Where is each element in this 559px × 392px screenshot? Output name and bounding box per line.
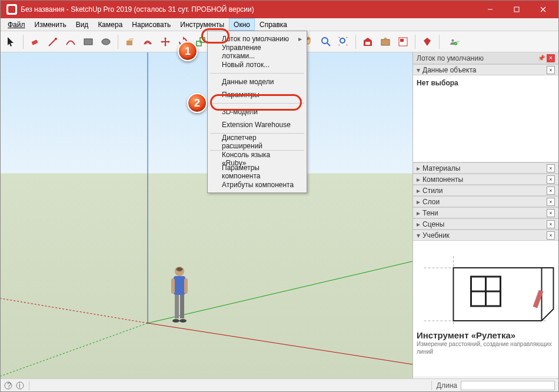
svg-rect-6 bbox=[84, 39, 92, 45]
measurement-input[interactable] bbox=[461, 381, 555, 390]
svg-text:?: ? bbox=[7, 381, 11, 390]
svg-rect-36 bbox=[184, 278, 188, 294]
svg-rect-4 bbox=[31, 39, 38, 45]
circle-tool[interactable] bbox=[98, 34, 114, 50]
menu-new-tray[interactable]: Новый лоток... bbox=[209, 58, 305, 71]
panel-shadows[interactable]: ▸Тени× bbox=[413, 207, 558, 218]
titlebar: Без названия - SketchUp Pro 2019 (остало… bbox=[1, 1, 558, 18]
measurement-label: Длина bbox=[437, 381, 457, 390]
menu-camera[interactable]: Камера bbox=[93, 18, 127, 31]
ruby-button[interactable] bbox=[419, 34, 435, 50]
menu-ext-manager[interactable]: Диспетчер расширений bbox=[209, 135, 305, 148]
svg-rect-38 bbox=[180, 295, 184, 318]
panel-scenes[interactable]: ▸Сцены× bbox=[413, 218, 558, 230]
rectangle-tool[interactable] bbox=[80, 34, 97, 50]
menu-ext-warehouse[interactable]: Extension Warehouse bbox=[209, 118, 305, 131]
svg-point-26 bbox=[451, 39, 454, 41]
svg-point-20 bbox=[340, 38, 345, 43]
menu-manage-trays[interactable]: Управление лотками... bbox=[209, 45, 305, 58]
menu-edit[interactable]: Изменить bbox=[30, 18, 71, 31]
extensions-button[interactable] bbox=[377, 34, 394, 50]
menu-3d-warehouse[interactable]: 3D-модели bbox=[209, 105, 305, 118]
instructor-illustration bbox=[417, 244, 555, 327]
menubar: Файл Изменить Вид Камера Нарисовать Инст… bbox=[1, 18, 558, 31]
menu-draw[interactable]: Нарисовать bbox=[127, 18, 175, 31]
svg-point-7 bbox=[102, 39, 110, 45]
panel-components[interactable]: ▸Компоненты× bbox=[413, 174, 558, 185]
move-tool[interactable] bbox=[157, 34, 174, 50]
tray-titlebar[interactable]: Лоток по умолчанию 📌 × bbox=[413, 52, 558, 64]
svg-point-5 bbox=[55, 38, 57, 40]
offset-tool[interactable] bbox=[139, 34, 156, 50]
svg-line-32 bbox=[1, 298, 148, 323]
instructor-title: Инструмент «Рулетка» bbox=[417, 330, 555, 340]
callout-2: 2 bbox=[187, 93, 207, 113]
svg-rect-25 bbox=[400, 39, 404, 42]
tray-close-button[interactable]: × bbox=[547, 54, 555, 62]
panel-layers[interactable]: ▸Слои× bbox=[413, 196, 558, 207]
tray-title-label: Лоток по умолчанию bbox=[417, 54, 484, 62]
menu-tools[interactable]: Инструменты bbox=[175, 18, 229, 31]
menu-comp-attrs[interactable]: Атрибуты компонента bbox=[209, 178, 305, 191]
pushpull-tool[interactable] bbox=[122, 34, 138, 50]
app-icon bbox=[6, 4, 17, 15]
panel-instructor[interactable]: ▾Учебник× bbox=[413, 230, 558, 241]
svg-line-19 bbox=[327, 43, 330, 46]
zoom-tool[interactable] bbox=[318, 34, 334, 50]
user-button[interactable] bbox=[443, 34, 467, 50]
svg-point-40 bbox=[179, 319, 187, 323]
scale-figure bbox=[165, 264, 194, 335]
svg-point-18 bbox=[322, 38, 328, 44]
panel-entity-info[interactable]: ▾Данные объекта× bbox=[413, 64, 558, 75]
window-menu-dropdown: Лоток по умолчанию▸ Управление лотками..… bbox=[207, 31, 307, 193]
svg-rect-1 bbox=[514, 7, 519, 12]
svg-rect-34 bbox=[174, 276, 185, 295]
warehouse-button[interactable] bbox=[360, 34, 376, 50]
svg-rect-23 bbox=[384, 38, 387, 39]
panel-materials[interactable]: ▸Материалы× bbox=[413, 162, 558, 174]
menu-comp-options[interactable]: Параметры компонента bbox=[209, 165, 305, 178]
minimize-button[interactable] bbox=[477, 1, 503, 18]
instructor-body: Инструмент «Рулетка» Измерение расстояни… bbox=[413, 241, 558, 376]
default-tray: Лоток по умолчанию 📌 × ▾Данные объекта× … bbox=[412, 52, 558, 378]
zoom-extents-tool[interactable] bbox=[335, 34, 352, 50]
svg-rect-21 bbox=[365, 42, 370, 45]
svg-rect-35 bbox=[171, 278, 175, 294]
close-button[interactable] bbox=[530, 1, 556, 18]
instructor-text: Измерение расстояний, создание направляю… bbox=[417, 340, 555, 356]
menu-window[interactable]: Окно bbox=[229, 18, 255, 31]
select-tool[interactable] bbox=[3, 34, 19, 50]
eraser-tool[interactable] bbox=[27, 34, 44, 50]
window-title: Без названия - SketchUp Pro 2019 (остало… bbox=[21, 5, 477, 14]
svg-point-39 bbox=[172, 319, 179, 323]
statusbar: ? i Длина bbox=[1, 378, 558, 391]
svg-rect-9 bbox=[197, 41, 201, 46]
entity-info-body: Нет выбора bbox=[413, 75, 558, 162]
svg-rect-10 bbox=[200, 38, 205, 42]
menu-file[interactable]: Файл bbox=[3, 18, 30, 31]
maximize-button[interactable] bbox=[503, 1, 530, 18]
menu-preferences[interactable]: Параметры bbox=[209, 88, 305, 101]
svg-line-30 bbox=[1, 323, 148, 376]
menu-view[interactable]: Вид bbox=[71, 18, 94, 31]
pin-icon[interactable]: 📌 bbox=[537, 54, 545, 62]
info-icon[interactable]: i bbox=[16, 381, 24, 390]
layout-button[interactable] bbox=[395, 34, 411, 50]
help-icon[interactable]: ? bbox=[4, 381, 12, 390]
menu-help[interactable]: Справка bbox=[255, 18, 292, 31]
svg-rect-22 bbox=[381, 39, 390, 45]
svg-text:i: i bbox=[19, 381, 21, 390]
svg-rect-8 bbox=[127, 41, 132, 45]
line-tool[interactable] bbox=[45, 34, 61, 50]
panel-styles[interactable]: ▸Стили× bbox=[413, 185, 558, 196]
menu-model-info[interactable]: Данные модели bbox=[209, 75, 305, 88]
callout-1: 1 bbox=[178, 41, 198, 61]
svg-rect-37 bbox=[175, 295, 179, 318]
panel-close-icon[interactable]: × bbox=[547, 66, 555, 74]
arc-tool[interactable] bbox=[62, 34, 79, 50]
